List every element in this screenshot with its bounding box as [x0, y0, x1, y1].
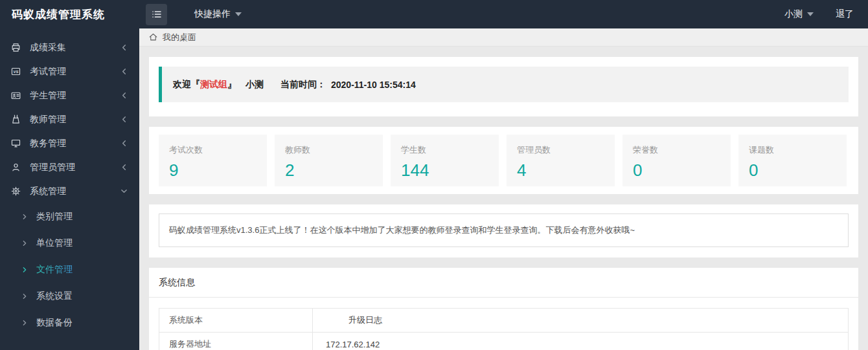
user-name: 小测: [784, 8, 803, 20]
sidebar-subitem-label: 单位管理: [36, 237, 73, 249]
sidebar-item-academic-management[interactable]: 教务管理: [0, 131, 139, 155]
stat-card-topic-count: 课题数 0: [738, 135, 847, 186]
sidebar-item-system-management[interactable]: 系统管理: [0, 179, 139, 203]
sidebar-toggle-button[interactable]: [146, 4, 167, 25]
system-info-table: 系统版本 升级日志 服务器地址 172.17.62.142: [159, 308, 849, 350]
sidebar-item-label: 系统管理: [30, 186, 120, 197]
chevron-left-icon: [120, 140, 128, 147]
home-icon: [148, 32, 158, 42]
sidebar-item-admin-management[interactable]: 管理员管理: [0, 155, 139, 179]
sidebar-item-label: 考试管理: [30, 66, 120, 78]
stat-card-student-count: 学生数 144: [391, 135, 499, 186]
quick-actions-dropdown[interactable]: 快捷操作: [194, 8, 242, 20]
stat-label: 课题数: [749, 144, 836, 156]
list-icon: [151, 8, 163, 20]
upgrade-log-link[interactable]: 升级日志: [313, 309, 849, 333]
sidebar-item-exam-management[interactable]: VS 考试管理: [0, 60, 139, 83]
dress-icon: [10, 114, 21, 125]
stat-value: 9: [169, 160, 257, 180]
sidebar-subitem-label: 数据备份: [36, 317, 73, 329]
stats-panel: 考试次数 9 教师数 2 学生数 144 管理员数 4 荣誉数 0 课题数 0: [149, 127, 858, 194]
id-card-icon: [10, 90, 21, 101]
current-time-value: 2020-11-10 15:54:14: [331, 80, 416, 90]
sidebar-item-label: 管理员管理: [30, 162, 120, 173]
release-notice: 码蚁成绩管理系统v1.3.6正式上线了！在这个版本中增加了大家想要的教师登录查询…: [159, 213, 849, 247]
arrow-right-icon: [21, 240, 28, 246]
gear-icon: [10, 186, 21, 197]
release-notice-text: 码蚁成绩管理系统v1.3.6正式上线了！在这个版本中增加了大家想要的教师登录查询…: [169, 224, 635, 236]
caret-down-icon: [807, 12, 814, 16]
stat-label: 考试次数: [169, 144, 257, 156]
breadcrumb-current[interactable]: 我的桌面: [163, 32, 196, 43]
welcome-bracket-close: 』: [227, 79, 236, 91]
chevron-left-icon: [120, 68, 128, 75]
system-info-title: 系统信息: [149, 277, 858, 298]
app-title: 码蚁成绩管理系统: [0, 0, 139, 28]
system-management-submenu: 类别管理 单位管理 文件管理 系统设置: [0, 203, 139, 336]
sidebar-subitem-file-management[interactable]: 文件管理: [0, 256, 139, 283]
stat-card-exam-count: 考试次数 9: [159, 135, 267, 186]
chevron-down-icon: [120, 188, 128, 195]
user-dropdown[interactable]: 小测: [784, 8, 814, 20]
topbar: 快捷操作 小测 退了: [139, 0, 868, 28]
sidebar-subitem-label: 文件管理: [36, 264, 73, 276]
monitor-icon: [10, 138, 21, 149]
stat-label: 管理员数: [517, 144, 604, 156]
server-address-label: 服务器地址: [159, 333, 313, 350]
stat-value: 2: [285, 160, 372, 180]
chevron-left-icon: [120, 164, 128, 171]
notice-panel: 码蚁成绩管理系统v1.3.6正式上线了！在这个版本中增加了大家想要的教师登录查询…: [149, 204, 858, 257]
stat-value: 0: [633, 160, 720, 180]
stat-card-teacher-count: 教师数 2: [275, 135, 383, 186]
vs-badge-icon: VS: [10, 66, 21, 77]
stat-value: 0: [749, 160, 836, 180]
system-version-label: 系统版本: [159, 309, 313, 333]
chevron-left-icon: [120, 92, 128, 99]
sidebar-item-label: 成绩采集: [30, 42, 120, 54]
arrow-right-icon: [21, 267, 28, 273]
logout-button[interactable]: 退了: [836, 8, 854, 20]
sidebar-subitem-label: 类别管理: [36, 211, 73, 223]
sidebar-subitem-label: 系统设置: [36, 290, 73, 302]
stat-card-admin-count: 管理员数 4: [507, 135, 615, 186]
sidebar-subitem-unit-management[interactable]: 单位管理: [0, 230, 139, 256]
topbar-right: 小测 退了: [784, 8, 868, 20]
stat-value: 4: [517, 160, 604, 180]
sidebar-subitem-data-backup[interactable]: 数据备份: [0, 309, 139, 336]
sidebar-menu: 成绩采集 VS 考试管理: [0, 36, 139, 336]
printer-icon: [10, 42, 21, 53]
sidebar: 码蚁成绩管理系统 成绩采集 VS 考试管理: [0, 0, 139, 350]
sidebar-item-label: 教务管理: [30, 138, 120, 149]
caret-down-icon: [235, 12, 242, 16]
stat-label: 荣誉数: [633, 144, 720, 156]
quick-actions-label: 快捷操作: [194, 8, 231, 20]
sidebar-item-student-management[interactable]: 学生管理: [0, 83, 139, 107]
welcome-banner: 欢迎 『 测试组 』 小测 当前时间： 2020-11-10 15:54:14: [159, 67, 849, 102]
current-time-label: 当前时间：: [280, 79, 326, 91]
welcome-panel: 欢迎 『 测试组 』 小测 当前时间： 2020-11-10 15:54:14: [149, 57, 858, 116]
arrow-right-icon: [21, 320, 28, 326]
chevron-left-icon: [120, 116, 128, 123]
stat-value: 144: [401, 160, 488, 180]
main-content: 我的桌面 欢迎 『 测试组 』 小测 当前时间： 2020-11-10 15:5…: [139, 28, 868, 350]
arrow-right-icon: [21, 213, 28, 220]
breadcrumb: 我的桌面: [139, 28, 868, 47]
sidebar-item-label: 学生管理: [30, 90, 120, 102]
table-row: 服务器地址 172.17.62.142: [159, 333, 849, 350]
stat-card-honor-count: 荣誉数 0: [622, 135, 731, 186]
sidebar-item-score-collection[interactable]: 成绩采集: [0, 36, 139, 60]
welcome-group-name: 测试组: [200, 79, 227, 91]
user-icon: [10, 162, 21, 173]
chevron-left-icon: [120, 44, 128, 51]
arrow-right-icon: [21, 293, 28, 300]
sidebar-subitem-system-settings[interactable]: 系统设置: [0, 283, 139, 309]
welcome-user-name: 小测: [246, 79, 264, 91]
table-row: 系统版本 升级日志: [159, 309, 849, 333]
stat-label: 教师数: [285, 144, 372, 156]
sidebar-subitem-category-management[interactable]: 类别管理: [0, 203, 139, 230]
server-address-value: 172.17.62.142: [313, 333, 849, 350]
sidebar-item-teacher-management[interactable]: 教师管理: [0, 107, 139, 131]
stat-label: 学生数: [401, 144, 488, 156]
system-info-panel: 系统信息 系统版本 升级日志 服务器地址 172.17.62.142: [149, 268, 858, 350]
welcome-bracket-open: 『: [191, 79, 200, 91]
